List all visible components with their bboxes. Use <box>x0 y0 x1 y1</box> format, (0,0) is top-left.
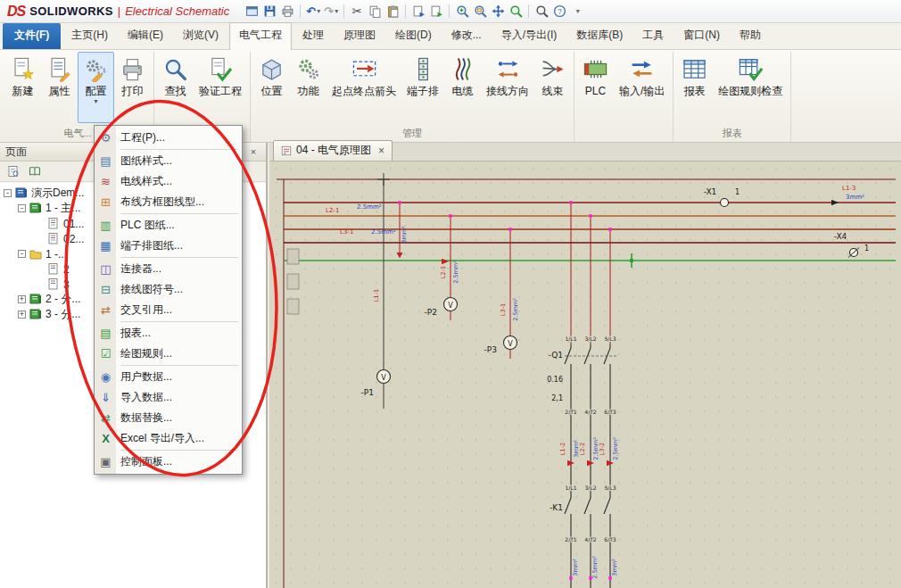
expander-icon[interactable]: + <box>18 295 26 303</box>
drawing-rule-check-button[interactable]: 绘图规则检查 <box>713 52 788 123</box>
menu-item-import-data[interactable]: ⇓导入数据... <box>96 387 240 408</box>
location-button[interactable]: 位置 <box>253 52 290 123</box>
tab-view[interactable]: 浏览(V) <box>174 23 227 49</box>
menu-item-terminal-strip-drawing[interactable]: ▦端子排图纸... <box>96 236 240 256</box>
menu-separator <box>120 450 238 451</box>
save-icon[interactable] <box>261 3 277 21</box>
cable-button[interactable]: 电缆 <box>444 52 481 123</box>
menu-item-excel[interactable]: XExcel 导出/导入... <box>96 428 240 449</box>
expander-icon[interactable]: - <box>18 204 26 212</box>
menu-item-user-data[interactable]: ◉用户数据... <box>96 367 240 387</box>
svg-text:2.5mm²: 2.5mm² <box>612 437 619 460</box>
configure-dropdown-icon[interactable]: ▾ <box>94 97 97 105</box>
help-icon[interactable]: ? <box>551 3 567 21</box>
tab-process[interactable]: 处理 <box>293 23 333 49</box>
user-data-icon: ◉ <box>97 369 114 385</box>
zoom-in-icon[interactable] <box>454 3 470 21</box>
svg-text:2.5mm²: 2.5mm² <box>591 556 599 579</box>
folder-icon <box>29 248 42 260</box>
tab-modify[interactable]: 修改... <box>442 23 491 49</box>
copy-properties-icon[interactable] <box>410 3 426 21</box>
search-icon[interactable] <box>533 3 550 21</box>
copy-icon[interactable] <box>367 3 383 21</box>
routing-line-type-icon: ⊞ <box>97 194 114 211</box>
expander-icon[interactable]: + <box>18 311 26 319</box>
menu-item-connector[interactable]: ◫连接器... <box>96 259 240 279</box>
plc-drawing-icon: ▥ <box>97 217 114 234</box>
toolbar-options-icon[interactable]: ▾ <box>569 3 585 21</box>
menu-item-wire-style[interactable]: ≋电线样式... <box>96 171 240 192</box>
tab-window[interactable]: 窗口(N) <box>674 23 729 49</box>
menu-separator <box>120 213 238 214</box>
menu-item-project[interactable]: ⚙工程(P)... <box>96 128 240 148</box>
schematic-drawing: V V V -X1 1 <box>269 161 901 588</box>
validate-project-button[interactable]: 验证工程 <box>194 52 247 123</box>
page-preview-icon[interactable] <box>4 163 22 179</box>
menu-item-data-substitution[interactable]: ⇄数据替换... <box>96 408 240 428</box>
terminal-strip-button[interactable]: 端子排 <box>401 52 444 123</box>
app-name: SOLIDWORKS <box>29 4 113 18</box>
expander-icon[interactable]: - <box>4 189 12 197</box>
menu-item-drawing-rule[interactable]: ☑绘图规则... <box>96 344 240 364</box>
properties-button[interactable]: 属性 <box>41 52 78 123</box>
document-tab-schematic-04[interactable]: 04 - 电气原理图 × <box>273 140 393 161</box>
new-button[interactable]: 新建 <box>4 52 41 123</box>
svg-text:L1-1: L1-1 <box>373 289 380 302</box>
cut-button[interactable]: ✂ <box>349 3 365 21</box>
paste-icon[interactable] <box>384 3 401 21</box>
menu-item-connection-symbol[interactable]: ⊟接线图符号... <box>96 279 240 300</box>
tab-database[interactable]: 数据库(B) <box>567 23 632 49</box>
expander-icon[interactable]: - <box>18 250 26 258</box>
tab-close-icon[interactable]: × <box>378 146 384 155</box>
menu-item-control-panel[interactable]: ▣控制面板... <box>96 451 240 472</box>
configure-button[interactable]: 配置 ▾ <box>78 52 114 123</box>
page-icon <box>47 263 60 275</box>
tab-edit[interactable]: 编辑(E) <box>119 23 172 49</box>
report-button[interactable]: 报表 <box>676 52 713 123</box>
close-icon[interactable]: × <box>246 145 260 159</box>
tab-help[interactable]: 帮助 <box>731 23 770 49</box>
print-icon[interactable] <box>279 3 295 21</box>
undo-button[interactable]: ↶▾ <box>305 3 321 21</box>
tab-electrical-project[interactable]: 电气工程 <box>229 22 292 50</box>
menu-item-plc-drawing[interactable]: ▥PLC 图纸... <box>96 215 240 236</box>
svg-text:3mm²: 3mm² <box>572 559 579 576</box>
drawing-style-icon: ▤ <box>97 153 114 170</box>
wire-direction-button[interactable]: 接线方向 <box>481 52 534 123</box>
tab-import-export[interactable]: 导入/导出(I) <box>492 23 566 49</box>
svg-text:L2-1: L2-1 <box>440 266 447 278</box>
svg-text:L2-1: L2-1 <box>326 207 339 214</box>
app-edition: Electrical Schematic <box>125 4 229 18</box>
book-view-icon[interactable] <box>26 163 44 179</box>
page-icon <box>47 233 60 244</box>
p2-label: -P2 <box>425 308 437 317</box>
input-output-button[interactable]: 输入/输出 <box>614 52 670 123</box>
redo-button[interactable]: ↷▾ <box>323 3 339 21</box>
zoom-fit-icon[interactable] <box>490 3 506 21</box>
zoom-window-icon[interactable] <box>472 3 488 21</box>
document-area: 04 - 电气原理图 × <box>269 143 901 588</box>
function-button[interactable]: 功能 <box>290 52 327 123</box>
tab-draw[interactable]: 绘图(D) <box>386 23 441 49</box>
tab-home[interactable]: 主页(H) <box>62 23 117 49</box>
tab-schematic[interactable]: 原理图 <box>335 23 384 49</box>
menu-separator <box>120 365 238 366</box>
tab-file[interactable]: 文件(F) <box>3 23 61 49</box>
menu-item-routing-line-type[interactable]: ⊞布线方框图线型... <box>96 192 240 212</box>
menu-separator <box>120 257 238 258</box>
print-button[interactable]: 打印 <box>114 52 151 123</box>
zoom-previous-icon[interactable] <box>508 3 524 21</box>
paste-properties-icon[interactable] <box>428 3 444 21</box>
menu-item-report[interactable]: ▤报表... <box>96 323 240 344</box>
find-button[interactable]: 查找 <box>157 52 194 123</box>
plc-button[interactable]: PLC <box>577 52 614 123</box>
ribbon-group-plc: PLC 输入/输出 <box>574 52 674 142</box>
menu-item-drawing-style[interactable]: ▤图纸样式... <box>96 151 240 171</box>
app-window-icon[interactable] <box>244 3 260 21</box>
harness-button[interactable]: 线束 <box>534 52 571 123</box>
origin-destination-arrows-button[interactable]: 起点终点箭头 <box>327 52 401 123</box>
svg-text:2.5mm²: 2.5mm² <box>452 261 459 284</box>
schematic-canvas[interactable]: V V V -X1 1 <box>269 161 901 588</box>
menu-item-cross-reference[interactable]: ⇄交叉引用... <box>96 300 240 320</box>
tab-tools[interactable]: 工具 <box>633 23 673 49</box>
